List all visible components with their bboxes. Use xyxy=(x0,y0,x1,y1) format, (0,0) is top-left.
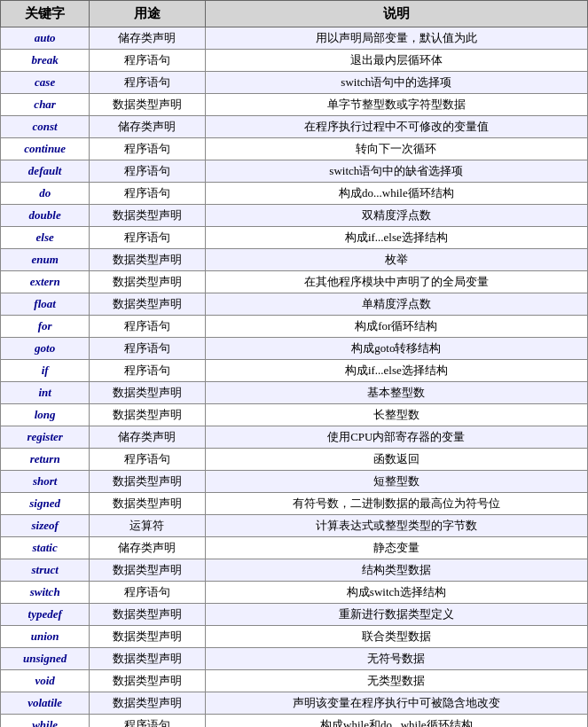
usage-cell: 数据类型声明 xyxy=(90,471,205,493)
table-row: return程序语句函数返回 xyxy=(1,449,588,471)
usage-cell: 数据类型声明 xyxy=(90,626,205,648)
keyword-cell: short xyxy=(1,471,90,493)
usage-cell: 程序语句 xyxy=(90,582,205,604)
usage-cell: 程序语句 xyxy=(90,50,205,72)
table-row: char数据类型声明单字节整型数或字符型数据 xyxy=(1,94,588,116)
description-cell: 长整型数 xyxy=(205,404,587,426)
keyword-cell: for xyxy=(1,316,90,338)
usage-cell: 数据类型声明 xyxy=(90,205,205,227)
table-row: register储存类声明使用CPU内部寄存器的变量 xyxy=(1,426,588,449)
usage-cell: 程序语句 xyxy=(90,360,205,382)
keyword-cell: unsigned xyxy=(1,648,90,670)
usage-cell: 程序语句 xyxy=(90,715,205,728)
keywords-table: 关键字 用途 说明 auto储存类声明用以声明局部变量，默认值为此break程序… xyxy=(0,0,588,727)
table-row: break程序语句退出最内层循环体 xyxy=(1,50,588,72)
keyword-cell: signed xyxy=(1,493,90,515)
keyword-cell: volatile xyxy=(1,692,90,715)
keyword-cell: struct xyxy=(1,559,90,582)
usage-cell: 数据类型声明 xyxy=(90,94,205,116)
table-row: union数据类型声明联合类型数据 xyxy=(1,626,588,648)
table-row: for程序语句构成for循环结构 xyxy=(1,316,588,338)
table-row: case程序语句switch语句中的选择项 xyxy=(1,72,588,94)
description-cell: 在程序执行过程中不可修改的变量值 xyxy=(205,116,587,138)
keyword-cell: if xyxy=(1,360,90,382)
keyword-cell: while xyxy=(1,715,90,728)
table-row: else程序语句构成if...else选择结构 xyxy=(1,227,588,249)
table-row: float数据类型声明单精度浮点数 xyxy=(1,293,588,316)
usage-cell: 程序语句 xyxy=(90,183,205,205)
description-cell: 构成switch选择结构 xyxy=(205,582,587,604)
description-cell: 静态变量 xyxy=(205,537,587,559)
description-cell: 使用CPU内部寄存器的变量 xyxy=(205,426,587,449)
keyword-cell: sizeof xyxy=(1,515,90,537)
description-cell: 退出最内层循环体 xyxy=(205,50,587,72)
description-cell: 在其他程序模块中声明了的全局变量 xyxy=(205,271,587,293)
table-row: int数据类型声明基本整型数 xyxy=(1,382,588,404)
keyword-cell: int xyxy=(1,382,90,404)
table-row: extern数据类型声明在其他程序模块中声明了的全局变量 xyxy=(1,271,588,293)
keyword-cell: auto xyxy=(1,27,90,50)
table-row: static储存类声明静态变量 xyxy=(1,537,588,559)
table-row: do程序语句构成do...while循环结构 xyxy=(1,183,588,205)
description-cell: 有符号数，二进制数据的最高位为符号位 xyxy=(205,493,587,515)
table-row: unsigned数据类型声明无符号数据 xyxy=(1,648,588,670)
description-cell: switch语句中的选择项 xyxy=(205,72,587,94)
keyword-cell: break xyxy=(1,50,90,72)
usage-cell: 数据类型声明 xyxy=(90,293,205,316)
description-cell: switch语句中的缺省选择项 xyxy=(205,160,587,183)
description-cell: 单精度浮点数 xyxy=(205,293,587,316)
usage-cell: 储存类声明 xyxy=(90,116,205,138)
table-row: const储存类声明在程序执行过程中不可修改的变量值 xyxy=(1,116,588,138)
keyword-cell: extern xyxy=(1,271,90,293)
usage-cell: 程序语句 xyxy=(90,338,205,360)
table-row: struct数据类型声明结构类型数据 xyxy=(1,559,588,582)
keyword-cell: continue xyxy=(1,138,90,160)
usage-cell: 程序语句 xyxy=(90,138,205,160)
usage-cell: 程序语句 xyxy=(90,449,205,471)
header-keyword: 关键字 xyxy=(1,1,90,27)
usage-cell: 数据类型声明 xyxy=(90,382,205,404)
table-row: signed数据类型声明有符号数，二进制数据的最高位为符号位 xyxy=(1,493,588,515)
keyword-cell: typedef xyxy=(1,604,90,626)
keyword-cell: enum xyxy=(1,249,90,271)
table-row: switch程序语句构成switch选择结构 xyxy=(1,582,588,604)
table-row: sizeof运算符计算表达式或整型类型的字节数 xyxy=(1,515,588,537)
description-cell: 构成while和do...while循环结构 xyxy=(205,715,587,728)
usage-cell: 数据类型声明 xyxy=(90,648,205,670)
table-row: while程序语句构成while和do...while循环结构 xyxy=(1,715,588,728)
description-cell: 无符号数据 xyxy=(205,648,587,670)
description-cell: 构成if...else选择结构 xyxy=(205,227,587,249)
table-row: void数据类型声明无类型数据 xyxy=(1,670,588,692)
description-cell: 声明该变量在程序执行中可被隐含地改变 xyxy=(205,692,587,715)
description-cell: 构成for循环结构 xyxy=(205,316,587,338)
keyword-cell: double xyxy=(1,205,90,227)
table-row: volatile数据类型声明声明该变量在程序执行中可被隐含地改变 xyxy=(1,692,588,715)
keyword-cell: do xyxy=(1,183,90,205)
usage-cell: 数据类型声明 xyxy=(90,692,205,715)
table-row: double数据类型声明双精度浮点数 xyxy=(1,205,588,227)
table-row: enum数据类型声明枚举 xyxy=(1,249,588,271)
usage-cell: 数据类型声明 xyxy=(90,559,205,582)
description-cell: 枚举 xyxy=(205,249,587,271)
table-row: typedef数据类型声明重新进行数据类型定义 xyxy=(1,604,588,626)
description-cell: 用以声明局部变量，默认值为此 xyxy=(205,27,587,50)
keyword-cell: const xyxy=(1,116,90,138)
keyword-cell: float xyxy=(1,293,90,316)
usage-cell: 储存类声明 xyxy=(90,27,205,50)
description-cell: 短整型数 xyxy=(205,471,587,493)
usage-cell: 数据类型声明 xyxy=(90,670,205,692)
description-cell: 重新进行数据类型定义 xyxy=(205,604,587,626)
usage-cell: 程序语句 xyxy=(90,160,205,183)
description-cell: 构成if...else选择结构 xyxy=(205,360,587,382)
keyword-cell: else xyxy=(1,227,90,249)
keyword-cell: default xyxy=(1,160,90,183)
keyword-cell: static xyxy=(1,537,90,559)
usage-cell: 程序语句 xyxy=(90,316,205,338)
table-row: auto储存类声明用以声明局部变量，默认值为此 xyxy=(1,27,588,50)
keyword-cell: long xyxy=(1,404,90,426)
usage-cell: 程序语句 xyxy=(90,227,205,249)
header-usage: 用途 xyxy=(90,1,205,27)
description-cell: 基本整型数 xyxy=(205,382,587,404)
usage-cell: 数据类型声明 xyxy=(90,604,205,626)
table-row: default程序语句switch语句中的缺省选择项 xyxy=(1,160,588,183)
